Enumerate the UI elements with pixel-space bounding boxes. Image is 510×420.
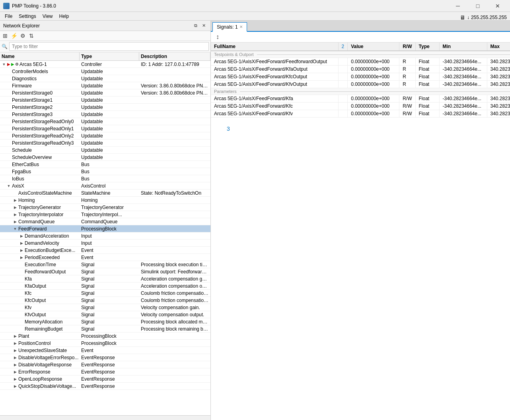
tree-row[interactable]: ▶ TrajectoryGenerator TrajectoryGenerato… [0, 204, 210, 211]
expand-icon[interactable]: ▶ [13, 370, 18, 374]
tree-type-cell: Signal [80, 326, 139, 332]
tree-row[interactable]: AxisControlStateMachine StateMachine Sta… [0, 190, 210, 197]
search-input[interactable] [9, 42, 209, 51]
tree-row[interactable]: ▶ OpenLoopResponse EventResponse [0, 375, 210, 383]
tree-row[interactable]: ScheduleOverview Updatable [0, 154, 210, 161]
menu-settings[interactable]: Settings [16, 13, 39, 20]
tree-row[interactable]: ▶ ExecutionBudgetExce... Event [0, 247, 210, 254]
tab-close-button[interactable]: ✕ [239, 25, 243, 29]
tree-row[interactable]: ▶ DisableVoltageErrorRespo... EventRespo… [0, 354, 210, 361]
tree-desc-cell [139, 150, 210, 151]
value-cell: 0.00000000e+000 [348, 73, 399, 81]
tree-row[interactable]: PersistentStorage1 Updatable [0, 97, 210, 104]
tree-row[interactable]: ▶ Plant ProcessingBlock [0, 333, 210, 340]
tree-row[interactable]: PersistentStorageReadOnly3 Updatable [0, 139, 210, 147]
tree-row[interactable]: FeedforwardOutput Signal Simulink outpor… [0, 268, 210, 275]
tree-row[interactable]: Diagnostics Updatable [0, 75, 210, 82]
tree-row[interactable]: ▶ PositionControl ProcessingBlock [0, 340, 210, 347]
expand-icon[interactable]: ▶ [13, 334, 18, 339]
tree-row[interactable]: EtherCatBus Bus [0, 161, 210, 168]
tree-row[interactable]: ▶ DemandAcceleration Input [0, 232, 210, 240]
tree-area[interactable]: Name Type Description ▼ ▶ ▶ ⚙ Arcas 5EG-… [0, 52, 210, 415]
expand-icon[interactable]: ▶ [13, 355, 18, 360]
menu-help[interactable]: Help [56, 13, 72, 20]
refresh-icon[interactable]: ↕ [214, 33, 221, 41]
tree-row[interactable]: Kfc Signal Coulomb friction compensation… [0, 290, 210, 297]
tree-row[interactable]: ▶ QuickStopDisableVoltage... EventRespon… [0, 383, 210, 390]
fullname-cell: Arcas 5EG-1/AxisX/FeedForward/KfcOutput [211, 73, 338, 81]
tree-row[interactable]: KfcOutput Signal Coulomb friction compen… [0, 297, 210, 304]
tree-row[interactable]: PersistentStorageReadOnly2 Updatable [0, 132, 210, 139]
table-row[interactable]: Arcas 5EG-1/AxisX/FeedForward/Kfc 0.0000… [211, 103, 510, 110]
expand-icon[interactable]: ▶ [13, 377, 18, 381]
table-row[interactable]: Arcas 5EG-1/AxisX/FeedForward/KfcOutput … [211, 73, 510, 81]
sort-icon[interactable]: ⇅ [28, 32, 35, 39]
table-row[interactable]: Arcas 5EG-1/AxisX/FeedForward/Feedforwar… [211, 58, 510, 66]
tree-row[interactable]: KfaOutput Signal Acceleration compensati… [0, 283, 210, 290]
tree-row[interactable]: KfvOutput Signal Velocity compensation o… [0, 311, 210, 318]
tree-name-cell: ▼ FeedForward [0, 226, 80, 232]
expand-icon[interactable]: ▶ [19, 241, 24, 246]
expand-icon[interactable]: ▶ [19, 234, 24, 238]
expand-icon[interactable]: ▶ [13, 212, 18, 217]
tree-row[interactable]: Firmware Updatable Version: 3.86.0.80b68… [0, 82, 210, 89]
maximize-button[interactable]: □ [469, 0, 487, 12]
signals-table[interactable]: FullName 2 Value R/W Type Min Max Testpo… [211, 43, 510, 420]
connect-icon[interactable]: ⚡ [10, 32, 18, 39]
tree-row[interactable]: IoBus Bus [0, 175, 210, 182]
expand-icon[interactable]: ▶ [13, 341, 18, 346]
tree-row[interactable]: ▶ PeriodExceeded Event [0, 254, 210, 261]
tree-row[interactable]: ▼ AxisX AxisControl [0, 182, 210, 190]
collapse-icon[interactable]: ▼ [6, 184, 11, 188]
expand-icon[interactable]: ▶ [13, 384, 18, 389]
tree-row[interactable]: MemoryAllocation Signal Processing block… [0, 318, 210, 325]
tree-row[interactable]: ▶ CommandQueue CommandQueue [0, 218, 210, 225]
expand-icon[interactable]: ▶ [13, 205, 18, 210]
tree-row[interactable]: Kfa Signal Acceleration compensation gai… [0, 275, 210, 283]
tree-row[interactable]: ▼ FeedForward ProcessingBlock [0, 225, 210, 232]
tree-row[interactable]: ▶ Homing Homing [0, 197, 210, 204]
menu-view[interactable]: View [39, 13, 56, 20]
tree-row[interactable]: ▼ ▶ ▶ ⚙ Arcas 5EG-1 Controller ID: 1 Add… [0, 61, 210, 68]
tree-row[interactable]: ▶ DisableVoltageResponse EventResponse [0, 361, 210, 368]
horizontal-scrollbar[interactable] [0, 415, 210, 420]
table-row[interactable]: Arcas 5EG-1/AxisX/FeedForward/Kfa 0.0000… [211, 95, 510, 103]
expand-icon[interactable]: ▶ [19, 248, 24, 253]
minimize-button[interactable]: ─ [449, 0, 467, 12]
tree-row[interactable]: PersistentStorageReadOnly1 Updatable [0, 125, 210, 132]
table-row[interactable]: Arcas 5EG-1/AxisX/FeedForward/KfaOutput … [211, 66, 510, 73]
expand-icon[interactable]: ▶ [13, 219, 18, 224]
table-row[interactable]: Arcas 5EG-1/AxisX/FeedForward/Kfv 0.0000… [211, 110, 510, 118]
cursor-icon[interactable]: ⊞ [2, 32, 9, 39]
close-button[interactable]: ✕ [489, 0, 507, 12]
tree-row[interactable]: ExecutionTime Signal Processing block ex… [0, 261, 210, 268]
restore-button[interactable]: ⧉ [192, 22, 199, 29]
expand-icon[interactable]: ▶ [19, 255, 24, 260]
tree-row[interactable]: RemainingBudget Signal Processing block … [0, 325, 210, 333]
close-panel-button[interactable]: ✕ [200, 22, 207, 29]
tree-type-cell: Signal [80, 304, 139, 311]
tree-row[interactable]: PersistentStorage2 Updatable [0, 104, 210, 111]
tree-row[interactable]: FpgaBus Bus [0, 168, 210, 175]
tree-row[interactable]: ▶ TrajectoryInterpolator TrajectoryInter… [0, 211, 210, 218]
tree-row[interactable]: PersistentStorage0 Updatable Version: 3.… [0, 89, 210, 97]
signals-tab[interactable]: Signals: 1 ✕ [212, 22, 247, 32]
tree-row[interactable]: ControllerModels Updatable [0, 68, 210, 75]
tree-row[interactable]: ▶ DemandVelocity Input [0, 240, 210, 247]
tree-row[interactable]: Schedule Updatable [0, 147, 210, 154]
settings-icon[interactable]: ⚙ [19, 32, 26, 39]
tree-row[interactable]: PersistentStorageReadOnly0 Updatable [0, 118, 210, 125]
menu-file[interactable]: File [2, 13, 16, 20]
table-row[interactable]: Arcas 5EG-1/AxisX/FeedForward/KfvOutput … [211, 81, 510, 88]
node-name: Homing [18, 197, 35, 203]
tree-row[interactable]: ▶ UnexpectedSlaveState Event [0, 347, 210, 354]
collapse-icon[interactable]: ▼ [2, 62, 6, 67]
expand-icon[interactable]: ▶ [13, 198, 18, 203]
collapse-icon[interactable]: ▼ [13, 226, 18, 231]
tree-row[interactable]: Kfv Signal Velocity compensation gain. [0, 304, 210, 311]
tree-row[interactable]: PersistentStorage3 Updatable [0, 111, 210, 118]
expand-icon[interactable]: ▶ [13, 362, 18, 367]
expand-icon[interactable]: ▶ [13, 348, 18, 353]
empty-cell [338, 66, 348, 73]
tree-row[interactable]: ▶ ErrorResponse EventResponse [0, 368, 210, 375]
